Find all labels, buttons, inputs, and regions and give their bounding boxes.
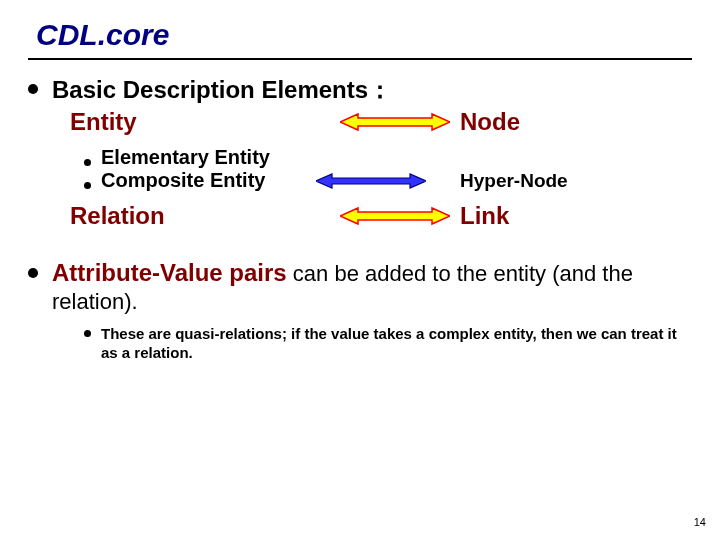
double-arrow-icon bbox=[306, 172, 436, 190]
bullet-icon bbox=[84, 182, 91, 189]
pair-entity-row: Entity Node bbox=[46, 108, 692, 136]
bullet-icon bbox=[28, 268, 38, 278]
link-label: Link bbox=[460, 202, 509, 230]
elementary-label: Elementary Entity bbox=[101, 146, 270, 169]
bullet-icon bbox=[84, 330, 91, 337]
pair-relation-row: Relation Link bbox=[46, 202, 692, 230]
attribute-value-block: Attribute-Value pairs can be added to th… bbox=[28, 258, 692, 316]
relation-label: Relation bbox=[70, 202, 330, 230]
attribute-value-text: Attribute-Value pairs can be added to th… bbox=[52, 258, 692, 316]
slide-title: CDL.core bbox=[36, 18, 692, 52]
sub-composite-row: Composite Entity Hyper-Node bbox=[84, 169, 692, 192]
svg-marker-3 bbox=[340, 208, 450, 224]
double-arrow-icon bbox=[330, 112, 460, 132]
hyper-node-label: Hyper-Node bbox=[460, 170, 568, 192]
page-number: 14 bbox=[694, 516, 706, 528]
heading-text: Basic Description Elements： bbox=[52, 74, 392, 106]
entity-label: Entity bbox=[70, 108, 330, 136]
attribute-value-bold: Attribute-Value pairs bbox=[52, 259, 287, 286]
sub-elementary-row: Elementary Entity bbox=[84, 146, 692, 169]
bullet-icon bbox=[28, 84, 38, 94]
double-arrow-icon bbox=[330, 206, 460, 226]
arrow-shape bbox=[340, 114, 450, 130]
bullet-icon bbox=[84, 159, 91, 166]
title-underline bbox=[28, 58, 692, 60]
note-row: These are quasi-relations; if the value … bbox=[84, 324, 692, 363]
note-text: These are quasi-relations; if the value … bbox=[101, 324, 692, 363]
heading-row: Basic Description Elements： bbox=[28, 74, 692, 106]
composite-label: Composite Entity bbox=[101, 169, 265, 192]
node-label: Node bbox=[460, 108, 520, 136]
